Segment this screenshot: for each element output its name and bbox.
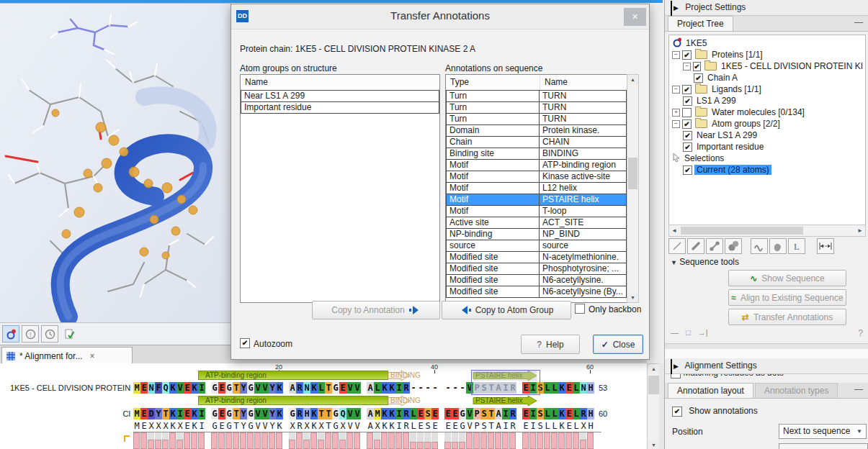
table-row[interactable]: Near LS1 A 299 — [241, 90, 439, 102]
table-row[interactable]: MotifPSTAIRE helix — [446, 194, 627, 206]
show-sequence-button[interactable]: ∿Show Sequence — [728, 270, 846, 286]
tree-item[interactable]: −✔1KE5 - CELL DIVISION PROTEIN KI — [669, 60, 865, 72]
table-row[interactable]: Binding siteBINDING — [446, 148, 627, 160]
tree-item[interactable]: ✔Important residue — [669, 141, 865, 153]
autozoom-checkbox[interactable]: ✔ — [240, 338, 250, 348]
table-row[interactable]: MotifT-loop — [446, 205, 627, 217]
matching-residues-checkbox[interactable] — [671, 374, 681, 378]
table-row[interactable]: ChainCHAIN — [446, 136, 627, 148]
align-to-existing-sequence-button[interactable]: ≈Align to Existing Sequence — [728, 289, 846, 306]
project-tree[interactable]: 1KE5−✔Proteins [1/1]−✔1KE5 - CELL DIVISI… — [668, 35, 866, 227]
surface-icon[interactable] — [769, 238, 787, 254]
table-row[interactable]: Active siteACT_SITE — [446, 217, 627, 229]
labels-icon[interactable]: L — [788, 238, 805, 254]
position-dropdown[interactable]: Next to sequence ▼ — [779, 424, 867, 439]
scroll-thumb[interactable] — [648, 376, 659, 394]
table-row[interactable]: TurnTURN — [446, 90, 627, 102]
tree-checkbox[interactable]: ✔ — [683, 131, 692, 140]
tree-checkbox[interactable]: ✔ — [682, 50, 692, 60]
only-backbone-checkbox[interactable] — [575, 304, 585, 314]
tree-checkbox[interactable]: ✔ — [683, 142, 692, 152]
dock-icon[interactable]: — — [671, 328, 679, 337]
tree-item[interactable]: ✔Current (28 atoms) — [669, 164, 865, 176]
scroll-right-icon[interactable]: ► — [857, 225, 863, 236]
help-button[interactable]: ? Help — [521, 335, 580, 354]
structure-view-icon[interactable] — [2, 325, 19, 343]
tree-item[interactable]: −✔Atom groups [2/2] — [669, 118, 865, 130]
expand-icon[interactable]: + — [672, 109, 680, 117]
ball-and-stick-icon[interactable] — [706, 238, 723, 254]
tab-close-icon[interactable]: × — [89, 351, 94, 361]
collapse-icon[interactable]: − — [672, 51, 680, 59]
scroll-left-icon[interactable]: ◄ — [671, 225, 677, 236]
tree-checkbox[interactable]: ✔ — [683, 165, 692, 175]
alignment-settings-header[interactable]: ▶ Alignment Settings — [665, 358, 868, 374]
info-view-icon[interactable]: ! — [22, 325, 39, 343]
table-row[interactable]: MotifATP-binding region — [446, 159, 627, 171]
tree-item[interactable]: −✔Proteins [1/1] — [669, 49, 865, 60]
table-row[interactable]: MotifKinase active-site — [446, 171, 627, 183]
tree-item[interactable]: ✔Chain A — [669, 72, 865, 83]
measure-icon[interactable] — [817, 238, 834, 254]
tab-project-tree[interactable]: Project Tree — [668, 16, 733, 31]
sequence-tools-header[interactable]: ▼ Sequence tools — [671, 257, 739, 267]
stick-icon[interactable] — [687, 238, 704, 254]
table-row[interactable]: TurnTURN — [446, 113, 627, 125]
transfer-annotations-button[interactable]: ⇄Transfer Annotations — [728, 309, 846, 325]
table-row[interactable]: NP-bindingNP_BIND — [446, 228, 627, 240]
tree-hscrollbar[interactable]: ◄ ► — [668, 224, 866, 237]
tree-checkbox[interactable]: ✔ — [693, 62, 701, 71]
project-settings-header[interactable]: ▶ Project Settings — [665, 0, 868, 16]
scroll-thumb[interactable] — [628, 158, 637, 189]
tree-item[interactable]: Selections — [669, 153, 865, 164]
tab-annotation-layout[interactable]: Annotation layout — [668, 383, 753, 398]
alignment-view[interactable]: 204060ATP-binding regionBINDINGPSTAIRE h… — [0, 363, 647, 449]
scroll-up-icon[interactable]: ▲ — [627, 75, 638, 84]
dialog-title-bar[interactable]: DD Transfer Annotations × — [231, 4, 649, 30]
report-view-icon[interactable] — [61, 325, 78, 343]
minimize-icon[interactable]: — — [854, 17, 863, 27]
tree-checkbox[interactable]: ✔ — [683, 96, 692, 106]
tree-item[interactable]: +Water molecules [0/134] — [669, 106, 865, 118]
history-view-icon[interactable] — [41, 325, 58, 343]
annotations-table[interactable]: Type Name TurnTURNTurnTURNTurnTURNDomain… — [445, 74, 627, 303]
tab-alignment[interactable]: * Alignment for... × — [1, 347, 133, 365]
table-row[interactable]: TurnTURN — [446, 101, 627, 114]
minimize-icon[interactable]: — — [854, 384, 863, 394]
panel-help-mark[interactable]: ? — [858, 328, 863, 338]
collapse-icon[interactable]: − — [672, 86, 680, 94]
tree-item[interactable]: ✔LS1 A 299 — [669, 95, 865, 106]
table-row[interactable]: sourcesource — [446, 240, 627, 252]
copy-to-atom-group-button[interactable]: Copy to Atom Group — [442, 301, 571, 319]
dock-icon[interactable]: →| — [698, 328, 708, 337]
table-row[interactable]: Modified siteN6-acetyllysine. — [446, 274, 627, 286]
tree-checkbox[interactable]: ✔ — [682, 119, 692, 129]
copy-to-annotation-button[interactable]: Copy to Annotation — [312, 301, 440, 319]
backbone-icon[interactable] — [751, 238, 768, 254]
atom-groups-table[interactable]: Name Near LS1 A 299Important residue — [240, 74, 440, 303]
table-row[interactable]: DomainProtein kinase. — [446, 124, 627, 137]
tree-item[interactable]: ✔Near LS1 A 299 — [669, 130, 865, 141]
tab-annotation-types[interactable]: Annotation types — [755, 383, 838, 398]
scroll-down-icon[interactable]: ▼ — [648, 440, 660, 449]
tree-item[interactable]: −✔Ligands [1/1] — [669, 83, 865, 95]
spacefill-icon[interactable] — [725, 238, 742, 254]
tree-item[interactable]: 1KE5 — [669, 37, 865, 49]
wireframe-icon[interactable] — [668, 238, 686, 254]
show-annotations-checkbox[interactable]: ✔ — [672, 407, 682, 417]
tree-checkbox[interactable]: ✔ — [694, 73, 703, 83]
tree-checkbox[interactable] — [682, 108, 692, 117]
table-row[interactable]: Modified siteN6-acetyllysine (By... — [446, 286, 627, 298]
structure-3d-view[interactable] — [0, 3, 231, 324]
table-row[interactable]: MotifL12 helix — [446, 182, 627, 194]
scroll-up-icon[interactable]: ▲ — [648, 364, 660, 373]
annotations-scrollbar[interactable]: ▲ ▼ — [627, 74, 639, 303]
table-row[interactable]: Important residue — [241, 101, 439, 114]
tree-checkbox[interactable]: ✔ — [682, 85, 692, 94]
table-row[interactable]: Modified siteN-acetylmethionine. — [446, 251, 627, 263]
dialog-close-button[interactable]: × — [624, 8, 646, 26]
dock-icon[interactable]: □ — [686, 328, 691, 337]
scroll-thumb[interactable] — [681, 227, 803, 235]
collapse-icon[interactable]: − — [683, 63, 691, 71]
current-selection-box[interactable] — [471, 370, 540, 395]
